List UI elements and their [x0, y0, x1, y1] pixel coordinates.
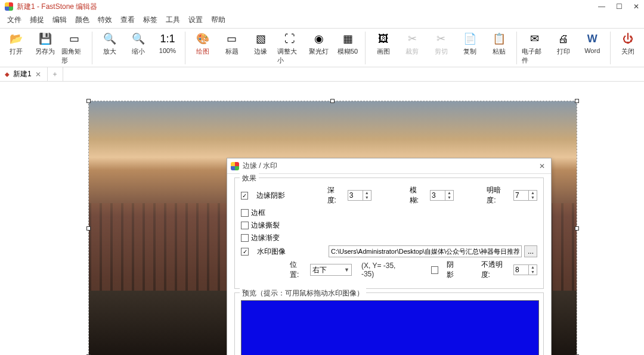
- menu-帮助[interactable]: 帮助: [209, 14, 228, 26]
- resize-handle[interactable]: [575, 99, 579, 103]
- menu-特效[interactable]: 特效: [95, 14, 114, 26]
- watermark-label: 水印图像: [257, 247, 300, 257]
- border-label: 边框: [251, 208, 265, 218]
- toolbar-电子邮件[interactable]: ✉电子邮件: [522, 30, 547, 66]
- toolbar-裁剪: ✂裁剪: [400, 30, 425, 57]
- resize-handle[interactable]: [575, 226, 579, 231]
- depth-input[interactable]: ▲▼: [348, 190, 371, 201]
- watermark-path-input[interactable]: [329, 245, 522, 257]
- tab-close-icon[interactable]: ✕: [35, 70, 41, 79]
- 调整大小-icon: ⛶: [281, 32, 298, 46]
- toolbar-label: 打开: [10, 47, 23, 56]
- border-checkbox[interactable]: [241, 209, 249, 217]
- toolbar-label: 模糊50: [338, 47, 358, 56]
- toolbar-缩小[interactable]: 🔍缩小: [126, 30, 151, 57]
- app-logo-icon: [5, 2, 13, 11]
- effects-legend: 效果: [240, 173, 259, 183]
- 绘图-icon: 🎨: [194, 32, 211, 46]
- maximize-button[interactable]: ☐: [616, 2, 623, 11]
- edge-shadow-checkbox[interactable]: ✓: [241, 192, 248, 200]
- toolbar-label: 圆角矩形: [61, 47, 87, 65]
- close-button[interactable]: ✕: [633, 2, 639, 11]
- resize-handle[interactable]: [86, 226, 91, 231]
- preview-legend: 预览（提示：可用鼠标拖动水印图像）: [240, 288, 366, 298]
- position-select[interactable]: 右下 ▼: [310, 264, 352, 276]
- Word-icon: W: [584, 32, 600, 46]
- modified-dot-icon: ◆: [5, 71, 10, 77]
- document-tab[interactable]: ◆ 新建1 ✕: [0, 67, 48, 81]
- dialog-logo-icon: [231, 162, 239, 170]
- menu-查看[interactable]: 查看: [118, 14, 137, 26]
- menu-标签[interactable]: 标签: [141, 14, 160, 26]
- toolbar: 📂打开💾另存为▭圆角矩形🔍放大🔍缩小1:1100%🎨绘图▭标题▧边缘⛶调整大小◉…: [0, 29, 644, 67]
- toolbar-label: 打印: [557, 47, 570, 56]
- menu-设置[interactable]: 设置: [186, 14, 205, 26]
- toolbar-标题[interactable]: ▭标题: [219, 30, 245, 57]
- 100%-icon: 1:1: [159, 32, 176, 46]
- tab-strip: ◆ 新建1 ✕ ＋: [0, 67, 644, 82]
- toolbar-绘图[interactable]: 🎨绘图: [190, 30, 216, 57]
- toolbar-label: 粘贴: [493, 47, 506, 56]
- brightness-label: 明暗度:: [487, 185, 507, 205]
- menu-工具[interactable]: 工具: [163, 14, 182, 26]
- watermark-checkbox[interactable]: ✓: [241, 248, 249, 256]
- toolbar-圆角矩形[interactable]: ▭圆角矩形: [61, 30, 87, 66]
- edge-shadow-label: 边缘阴影: [256, 191, 295, 201]
- toolbar-label: 放大: [103, 47, 116, 56]
- blur-input[interactable]: ▲▼: [430, 190, 454, 201]
- toolbar-画图[interactable]: 🖼画图: [370, 30, 396, 57]
- toolbar-模糊50[interactable]: ▦模糊50: [335, 30, 361, 57]
- 模糊50-icon: ▦: [339, 32, 356, 46]
- 复制-icon: 📄: [462, 32, 478, 46]
- edge-fade-checkbox[interactable]: [241, 234, 249, 242]
- toolbar-Word[interactable]: WWord: [580, 30, 605, 55]
- dialog-close-button[interactable]: ✕: [537, 162, 547, 170]
- toolbar-label: 关闭: [621, 47, 634, 56]
- toolbar-另存为[interactable]: 💾另存为: [33, 30, 58, 57]
- canvas-area: 边缘 / 水印 ✕ 效果 ✓ 边缘阴影 深度: ▲▼ 模糊: ▲▼ 明暗度: ▲…: [0, 82, 644, 355]
- menu-颜色[interactable]: 颜色: [73, 14, 92, 26]
- depth-label: 深度:: [327, 185, 342, 205]
- resize-handle[interactable]: [86, 99, 91, 103]
- 打开-icon: 📂: [8, 32, 24, 46]
- toolbar-打开[interactable]: 📂打开: [4, 30, 29, 57]
- brightness-input[interactable]: ▲▼: [513, 190, 537, 201]
- toolbar-聚光灯[interactable]: ◉聚光灯: [306, 30, 332, 57]
- toolbar-打印[interactable]: 🖨打印: [550, 30, 576, 57]
- toolbar-label: 画图: [377, 47, 390, 56]
- add-tab-button[interactable]: ＋: [48, 67, 63, 81]
- menu-编辑[interactable]: 编辑: [50, 14, 69, 26]
- edge-tear-checkbox[interactable]: [241, 222, 249, 229]
- chevron-down-icon: ▼: [344, 267, 349, 273]
- coords-text: (X, Y= -35, -35): [361, 261, 404, 278]
- 打印-icon: 🖨: [555, 32, 572, 46]
- toolbar-粘贴[interactable]: 📋粘贴: [486, 30, 512, 57]
- toolbar-复制[interactable]: 📄复制: [457, 30, 483, 57]
- toolbar-label: 电子邮件: [522, 47, 547, 65]
- edge-fade-label: 边缘渐变: [251, 233, 280, 243]
- toolbar-放大[interactable]: 🔍放大: [97, 30, 123, 57]
- dialog-titlebar[interactable]: 边缘 / 水印 ✕: [227, 158, 551, 174]
- dialog-title: 边缘 / 水印: [243, 161, 537, 171]
- minimize-button[interactable]: ―: [598, 2, 605, 11]
- toolbar-label: 绘图: [196, 47, 209, 56]
- shadow-checkbox[interactable]: [431, 266, 438, 274]
- toolbar-边缘[interactable]: ▧边缘: [248, 30, 274, 57]
- resize-handle[interactable]: [330, 99, 335, 103]
- toolbar-100%[interactable]: 1:1100%: [155, 30, 181, 55]
- toolbar-剪切: ✂剪切: [428, 30, 454, 57]
- toolbar-调整大小[interactable]: ⛶调整大小: [277, 30, 303, 66]
- menu-捕捉[interactable]: 捕捉: [27, 14, 47, 26]
- window-controls: ― ☐ ✕: [598, 2, 639, 11]
- 画图-icon: 🖼: [375, 32, 392, 46]
- toolbar-关闭[interactable]: ⏻关闭: [615, 30, 640, 57]
- shadow-label: 阴影: [447, 260, 459, 280]
- menu-文件[interactable]: 文件: [5, 14, 24, 26]
- preview-canvas[interactable]: 神: [241, 300, 539, 355]
- opacity-input[interactable]: ▲▼: [513, 264, 537, 275]
- 边缘-icon: ▧: [252, 32, 269, 46]
- 圆角矩形-icon: ▭: [66, 32, 82, 46]
- browse-button[interactable]: ...: [524, 245, 537, 257]
- preview-fieldset: 预览（提示：可用鼠标拖动水印图像） 神: [234, 292, 544, 355]
- edge-tear-label: 边缘撕裂: [251, 220, 280, 231]
